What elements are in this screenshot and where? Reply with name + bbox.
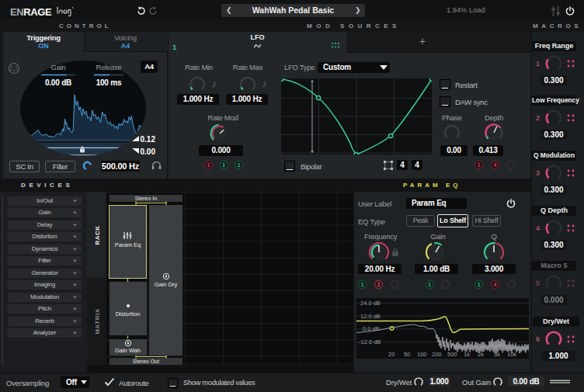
svg-text:100: 100 — [417, 351, 427, 358]
svg-text:200: 200 — [432, 351, 442, 358]
svg-text:5k: 5k — [494, 351, 500, 358]
svg-text:12.0 dB: 12.0 dB — [360, 313, 381, 320]
svg-text:50: 50 — [404, 351, 410, 358]
svg-text:0.0 dB: 0.0 dB — [363, 325, 380, 332]
svg-text:2k: 2k — [478, 351, 484, 358]
svg-text:10k: 10k — [507, 351, 516, 358]
svg-text:-12.0 dB: -12.0 dB — [359, 338, 381, 345]
svg-text:24.0 dB: 24.0 dB — [360, 300, 381, 307]
svg-text:500: 500 — [447, 351, 457, 358]
svg-text:1k: 1k — [464, 351, 470, 358]
svg-text:20: 20 — [388, 351, 395, 358]
